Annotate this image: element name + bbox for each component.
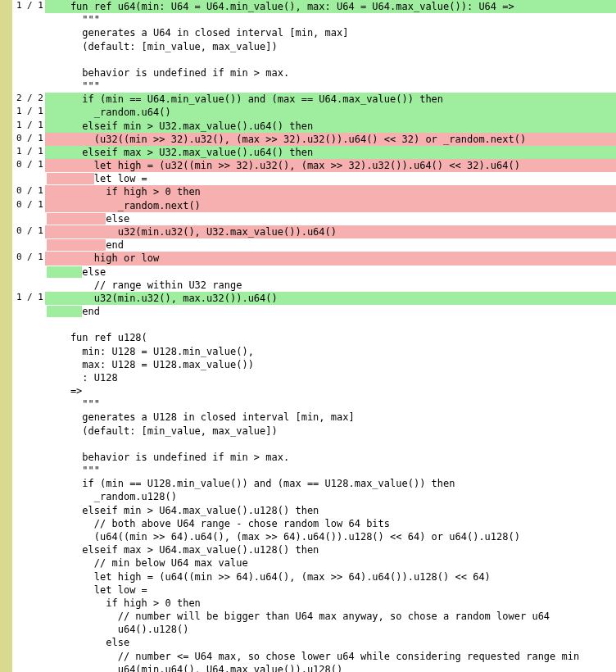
- coverage-count: [12, 477, 45, 490]
- code-text: =>: [45, 384, 616, 397]
- coverage-count: [12, 556, 45, 570]
- coverage-count: [12, 266, 45, 279]
- code-text: (u32((min >> 32).u32(), (max >> 32).u32(…: [45, 133, 616, 146]
- code-text: let high = (u64((min >> 64).u64(), (max …: [45, 570, 616, 583]
- code-text: // both above U64 range - chose random l…: [45, 517, 616, 530]
- coverage-count: [12, 318, 45, 331]
- code-line: end: [12, 305, 616, 318]
- coverage-count: [12, 53, 45, 66]
- code-line: =>: [12, 384, 616, 397]
- code-line: 1 / 1 fun ref u64(min: U64 = U64.min_val…: [12, 0, 616, 13]
- code-text: [45, 53, 616, 66]
- code-text: end: [45, 305, 616, 318]
- coverage-count: [12, 79, 45, 93]
- code-text: generates a U64 in closed interval [min,…: [45, 26, 616, 39]
- code-line: 1 / 1 elseif max > U32.max_value().u64()…: [12, 146, 616, 159]
- code-remainder: else: [106, 213, 129, 225]
- coverage-count: [12, 371, 45, 384]
- code-line: """: [12, 13, 616, 26]
- code-line: u64(min.u64(), U64.max_value()).u128(): [12, 663, 616, 672]
- code-text: u64(min.u64(), U64.max_value()).u128(): [45, 663, 616, 672]
- code-remainder: end: [82, 306, 100, 317]
- code-line: generates a U64 in closed interval [min,…: [12, 26, 616, 39]
- code-line: 0 / 1 let high = (u32((min >> 32).u32(),…: [12, 159, 616, 172]
- coverage-count: 1 / 1: [12, 146, 45, 159]
- indent-highlight: [47, 239, 106, 251]
- coverage-count: [12, 425, 45, 438]
- coverage-count: [12, 530, 45, 543]
- coverage-count: [12, 623, 45, 636]
- coverage-count: 0 / 1: [12, 225, 45, 238]
- code-remainder: end: [106, 239, 124, 251]
- code-text: [45, 438, 616, 451]
- code-text: if (min == U128.min_value()) and (max ==…: [45, 477, 616, 490]
- code-text: elseif max > U64.max_value().u128() then: [45, 543, 616, 556]
- coverage-count: [12, 345, 45, 358]
- code-text: elseif min > U64.max_value().u128() then: [45, 504, 616, 517]
- coverage-count: [12, 636, 45, 649]
- indent-highlight: [47, 306, 82, 317]
- coverage-count: [12, 490, 45, 503]
- code-line: """: [12, 397, 616, 411]
- coverage-count: [12, 411, 45, 424]
- code-line: (default: [min_value, max_value]): [12, 40, 616, 53]
- coverage-count: 2 / 2: [12, 93, 45, 106]
- code-line: 0 / 1 _random.next(): [12, 199, 616, 212]
- code-line: elseif max > U64.max_value().u128() then: [12, 543, 616, 556]
- coverage-count: [12, 13, 45, 26]
- code-text: // number will be bigger than U64 max an…: [45, 610, 616, 623]
- code-line: let high = (u64((min >> 64).u64(), (max …: [12, 570, 616, 583]
- code-text: max: U128 = U128.max_value()): [45, 358, 616, 371]
- coverage-count: [12, 663, 45, 672]
- indent-highlight: [47, 173, 94, 184]
- coverage-count: [12, 583, 45, 597]
- code-line: (u64((min >> 64).u64(), (max >> 64).u64(…: [12, 530, 616, 543]
- code-text: _random.u128(): [45, 490, 616, 503]
- code-line: """: [12, 464, 616, 477]
- code-text: if high > 0 then: [45, 185, 616, 198]
- code-line: // number <= U64 max, so chose lower u64…: [12, 650, 616, 663]
- code-text: end: [45, 238, 616, 252]
- coverage-count: [12, 40, 45, 53]
- code-line: u64().u128(): [12, 623, 616, 636]
- code-text: u32(min.u32(), max.u32()).u64(): [45, 292, 616, 305]
- code-text: (default: [min_value, max_value]): [45, 40, 616, 53]
- coverage-count: 0 / 1: [12, 199, 45, 212]
- code-line: (default: [min_value, max_value]): [12, 425, 616, 438]
- code-line: min: U128 = U128.min_value(),: [12, 345, 616, 358]
- code-line: elseif min > U64.max_value().u128() then: [12, 504, 616, 517]
- code-line: if (min == U128.min_value()) and (max ==…: [12, 477, 616, 490]
- code-text: : U128: [45, 371, 616, 384]
- coverage-count: [12, 597, 45, 610]
- code-text: else: [45, 212, 616, 225]
- code-text: let low =: [45, 583, 616, 597]
- code-line: max: U128 = U128.max_value()): [12, 358, 616, 371]
- coverage-count: [12, 305, 45, 318]
- code-line: 1 / 1 elseif min > U32.max_value().u64()…: [12, 120, 616, 133]
- code-text: (u64((min >> 64).u64(), (max >> 64).u64(…: [45, 530, 616, 543]
- coverage-count: 0 / 1: [12, 159, 45, 172]
- code-text: elseif max > U32.max_value().u64() then: [45, 146, 616, 159]
- code-text: [45, 318, 616, 331]
- code-line: 0 / 1 if high > 0 then: [12, 185, 616, 198]
- code-text: fun ref u128(: [45, 331, 616, 344]
- code-text: if high > 0 then: [45, 597, 616, 610]
- coverage-count: [12, 279, 45, 292]
- coverage-count: [12, 543, 45, 556]
- coverage-report: 1 / 1 fun ref u64(min: U64 = U64.min_val…: [0, 0, 616, 672]
- code-remainder: let low =: [94, 173, 147, 184]
- coverage-count: [12, 464, 45, 477]
- code-line: _random.u128(): [12, 490, 616, 503]
- code-line: 0 / 1 (u32((min >> 32).u32(), (max >> 32…: [12, 133, 616, 146]
- code-line: 0 / 1 high or low: [12, 252, 616, 265]
- code-line: 0 / 1 u32(min.u32(), U32.max_value()).u6…: [12, 225, 616, 238]
- coverage-count: 1 / 1: [12, 292, 45, 305]
- code-line: 1 / 1 u32(min.u32(), max.u32()).u64(): [12, 292, 616, 305]
- code-text: (default: [min_value, max_value]): [45, 425, 616, 438]
- left-gutter: [0, 0, 12, 672]
- code-line: behavior is undefined if min > max.: [12, 451, 616, 464]
- coverage-count: 0 / 1: [12, 252, 45, 265]
- code-text: behavior is undefined if min > max.: [45, 451, 616, 464]
- code-line: [12, 438, 616, 451]
- coverage-count: 1 / 1: [12, 106, 45, 119]
